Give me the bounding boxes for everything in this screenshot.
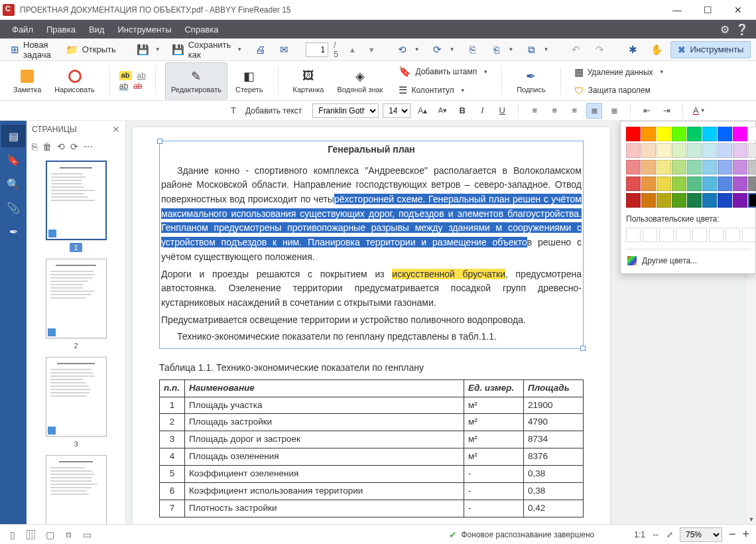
color-swatch[interactable] xyxy=(626,143,641,158)
view-mode-3-icon[interactable]: ▢ xyxy=(44,529,56,541)
highlight-blue-icon[interactable]: ab xyxy=(119,82,128,91)
color-swatch[interactable] xyxy=(641,143,656,158)
color-swatch[interactable] xyxy=(687,160,702,174)
page-thumbnail[interactable]: 4 xyxy=(27,455,125,524)
color-swatch[interactable] xyxy=(641,127,656,141)
color-swatch[interactable] xyxy=(657,193,671,208)
hand-button[interactable]: ✋ xyxy=(645,40,668,59)
font-shrink-icon[interactable]: A▾ xyxy=(434,103,450,119)
bookmarks-tab-icon[interactable]: 🔖 xyxy=(1,149,25,171)
indent-increase-icon[interactable]: ⇥ xyxy=(659,103,674,119)
color-swatch[interactable] xyxy=(672,127,686,141)
font-select[interactable]: Franklin Gothic Book xyxy=(312,103,379,118)
other-colors-button[interactable]: Другие цвета... xyxy=(626,253,750,268)
color-swatch[interactable] xyxy=(626,193,641,208)
add-text-label[interactable]: Добавить текст xyxy=(245,106,302,115)
maximize-button[interactable]: ☐ xyxy=(692,0,723,20)
color-swatch[interactable] xyxy=(702,193,717,208)
color-swatch[interactable] xyxy=(657,143,671,158)
align-center-icon[interactable]: ≡ xyxy=(546,103,562,119)
custom-swatch[interactable] xyxy=(626,228,641,242)
align-right-icon[interactable]: ≡ xyxy=(566,103,582,119)
view-mode-4-icon[interactable]: ⧈ xyxy=(62,529,74,541)
menu-file[interactable]: Файл xyxy=(5,20,40,38)
custom-swatch[interactable] xyxy=(659,228,674,242)
color-swatch[interactable] xyxy=(641,160,656,174)
zoom-out-button[interactable]: − xyxy=(729,527,736,541)
color-swatch[interactable] xyxy=(672,176,686,191)
bold-icon[interactable]: B xyxy=(454,103,470,119)
color-swatch[interactable] xyxy=(748,127,756,141)
color-swatch[interactable] xyxy=(626,127,641,141)
add-text-icon[interactable]: T xyxy=(225,103,241,119)
color-swatch[interactable] xyxy=(687,127,702,141)
page-tool-3[interactable]: ⧉▼ xyxy=(520,40,554,59)
save-icon-button[interactable]: 💾▼ xyxy=(132,40,166,59)
color-swatch[interactable] xyxy=(626,176,641,191)
minimize-button[interactable]: — xyxy=(662,0,692,20)
menu-tools[interactable]: Инструменты xyxy=(111,20,178,38)
color-swatch[interactable] xyxy=(702,160,717,174)
draw-button[interactable]: Нарисовать xyxy=(49,62,99,100)
settings-icon[interactable]: ⚙ xyxy=(716,21,733,38)
color-swatch[interactable] xyxy=(733,176,747,191)
erase-button[interactable]: ◧ Стереть xyxy=(230,62,269,100)
color-swatch[interactable] xyxy=(748,160,756,174)
align-justify-icon[interactable]: ≣ xyxy=(586,103,602,119)
color-swatch[interactable] xyxy=(657,127,671,141)
zoom-ratio[interactable]: 1:1 xyxy=(634,530,645,539)
page-tool-2[interactable]: ⎗▼ xyxy=(485,40,519,59)
custom-swatch[interactable] xyxy=(709,228,724,242)
zoom-in-button[interactable]: + xyxy=(742,527,749,541)
color-swatch[interactable] xyxy=(687,193,702,208)
color-swatch[interactable] xyxy=(657,160,671,174)
custom-swatch[interactable] xyxy=(643,228,657,242)
view-mode-5-icon[interactable]: ▭ xyxy=(81,529,93,541)
picture-button[interactable]: 🖼 Картинка xyxy=(288,62,330,100)
document-area[interactable]: Генеральный план Здание конно - спортивн… xyxy=(126,121,756,524)
save-as-button[interactable]: 💾 Сохранить как ▼ xyxy=(167,40,248,59)
page-up-button[interactable]: ▲ xyxy=(344,40,361,59)
add-page-icon[interactable]: ⎘ xyxy=(32,141,37,152)
italic-icon[interactable]: I xyxy=(474,103,490,119)
color-swatch[interactable] xyxy=(718,193,732,208)
indent-decrease-icon[interactable]: ⇤ xyxy=(639,103,655,119)
font-size-select[interactable]: 14 xyxy=(383,103,410,118)
color-swatch[interactable] xyxy=(672,160,686,174)
custom-swatch[interactable] xyxy=(742,228,756,242)
comments-button[interactable]: 💬 3 xyxy=(752,44,756,54)
delete-data-button[interactable]: ▦ Удаление данных ▼ xyxy=(570,64,668,81)
highlight-strike-icon[interactable]: ab xyxy=(133,82,142,91)
color-swatch[interactable] xyxy=(641,193,656,208)
page-thumbnail[interactable]: 3 xyxy=(27,357,125,448)
color-swatch[interactable] xyxy=(687,143,702,158)
pages-more-icon[interactable]: ⋯ xyxy=(84,141,93,152)
fit-width-icon[interactable]: ↔ xyxy=(652,530,660,539)
color-swatch[interactable] xyxy=(748,143,756,158)
add-stamp-button[interactable]: 🔖 Добавить штамп ▼ xyxy=(395,63,492,80)
menu-help[interactable]: Справка xyxy=(178,20,225,38)
color-swatch[interactable] xyxy=(672,193,686,208)
page-down-button[interactable]: ▼ xyxy=(363,40,381,59)
signatures-tab-icon[interactable]: ✒ xyxy=(1,220,25,243)
print-button[interactable]: 🖨 xyxy=(249,40,271,59)
color-swatch[interactable] xyxy=(733,160,747,174)
rotate-left-button[interactable]: ⟲▼ xyxy=(391,40,425,59)
sign-button[interactable]: ✒ Подпись xyxy=(511,62,551,100)
color-swatch[interactable] xyxy=(702,143,717,158)
color-swatch[interactable] xyxy=(718,176,732,191)
align-left-icon[interactable]: ≡ xyxy=(527,103,542,119)
view-mode-1-icon[interactable]: ▯ xyxy=(7,529,19,541)
note-button[interactable]: Заметка xyxy=(8,62,46,100)
custom-swatch[interactable] xyxy=(676,228,690,242)
color-swatch[interactable] xyxy=(748,176,756,191)
menu-view[interactable]: Вид xyxy=(82,20,111,38)
password-button[interactable]: 🛡 Защита паролем xyxy=(570,82,668,99)
highlight-yellow-icon[interactable]: ab xyxy=(119,71,132,80)
text-edit-box[interactable]: Генеральный план Здание конно - спортивн… xyxy=(159,141,584,349)
color-swatch[interactable] xyxy=(718,127,732,141)
color-swatch[interactable] xyxy=(657,176,671,191)
menu-edit[interactable]: Правка xyxy=(40,20,82,38)
color-swatch[interactable] xyxy=(733,193,747,208)
color-swatch[interactable] xyxy=(672,143,686,158)
